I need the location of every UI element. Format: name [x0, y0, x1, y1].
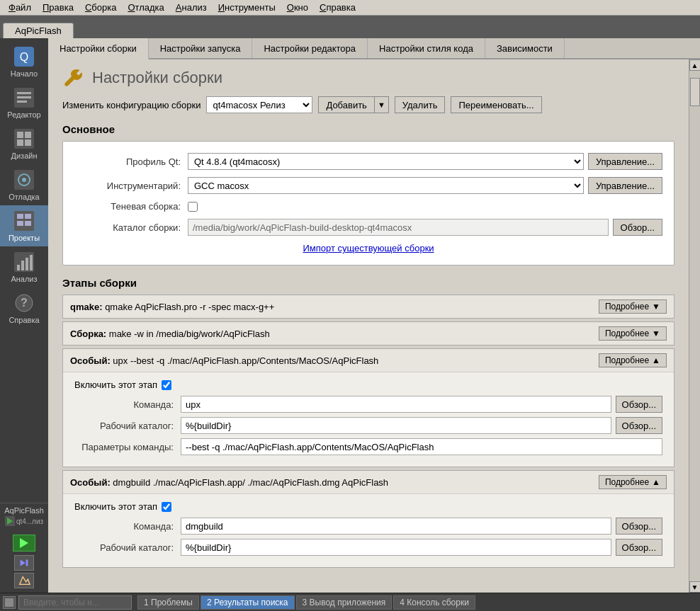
build-step-special1: Особый: upx --best -q ./mac/AqPicFlash.a… — [62, 348, 674, 467]
cmd-label-2: Команда: — [74, 521, 181, 532]
menu-build[interactable]: Сборка — [79, 1, 123, 14]
run-button[interactable] — [13, 535, 35, 552]
status-stop-button[interactable] — [3, 596, 16, 609]
workdir-input-2[interactable]: %{buildDir} — [181, 539, 611, 556]
sidebar-item-home[interactable]: Q Начало — [0, 41, 48, 82]
svg-text:Q: Q — [20, 51, 28, 63]
workdir-input-1[interactable]: %{buildDir} — [181, 417, 611, 434]
scroll-down-button[interactable]: ▼ — [689, 581, 701, 593]
toolchain-manage-button[interactable]: Управление... — [588, 177, 662, 194]
qt-profile-manage-button[interactable]: Управление... — [588, 153, 662, 170]
cmd-row-1: Команда: upx Обзор... — [74, 396, 662, 413]
special2-details-button[interactable]: Подробнее ▲ — [599, 475, 667, 489]
menu-edit[interactable]: Правка — [37, 1, 79, 14]
svg-rect-5 — [17, 101, 27, 103]
basic-panel: Профиль Qt: Qt 4.8.4 (qt4macosx) Управле… — [62, 141, 674, 265]
sidebar-item-design[interactable]: Дизайн — [0, 123, 48, 164]
build-step-special1-body: Включить этот этап Команда: upx Обзор...… — [63, 372, 674, 467]
status-left — [0, 595, 135, 610]
shadow-build-checkbox[interactable] — [188, 202, 198, 212]
build-step-special1-header[interactable]: Особый: upx --best -q ./mac/AqPicFlash.a… — [63, 349, 674, 372]
tab-dependencies[interactable]: Зависимости — [485, 38, 565, 58]
tab-editor-settings[interactable]: Настройки редактора — [252, 38, 368, 58]
build-dir-browse-button[interactable]: Обзор... — [613, 219, 662, 236]
delete-config-button[interactable]: Удалить — [395, 96, 446, 113]
sidebar-label-projects: Проекты — [9, 234, 40, 242]
svg-rect-17 — [17, 221, 23, 226]
cmd-input-1[interactable]: upx — [181, 396, 611, 413]
sidebar: Q Начало Редактор — [0, 38, 48, 593]
status-tab-problems[interactable]: 1 Проблемы — [137, 595, 199, 610]
add-config-button[interactable]: Добавить — [318, 96, 374, 113]
shadow-build-control — [188, 202, 662, 212]
build-dir-input[interactable]: /media/big/work/AqPicFlash-build-desktop… — [188, 219, 609, 236]
params-input-1[interactable]: --best -q ./mac/AqPicFlash.app/Contents/… — [181, 438, 662, 455]
params-row-1: Параметры команды: --best -q ./mac/AqPic… — [74, 438, 662, 455]
sidebar-item-help[interactable]: ? Справка — [0, 287, 48, 329]
include-checkbox-2[interactable] — [162, 502, 171, 512]
workdir-browse-2[interactable]: Обзор... — [616, 539, 662, 556]
menu-tools[interactable]: Инструменты — [213, 1, 281, 14]
tab-build-settings[interactable]: Настройки сборки — [48, 38, 149, 59]
build-details-button[interactable]: Подробнее ▼ — [599, 326, 667, 341]
debug-icon — [13, 169, 35, 191]
secondary-tab-bar: Настройки сборки Настройки запуска Настр… — [48, 38, 700, 59]
svg-text:?: ? — [21, 297, 28, 309]
workdir-label-1: Рабочий каталог: — [74, 421, 181, 431]
svg-rect-20 — [17, 265, 20, 270]
cmd-label-1: Команда: — [74, 399, 181, 410]
status-tab-app-output[interactable]: 3 Вывод приложения — [296, 595, 393, 610]
status-tab-search[interactable]: 2 Результаты поиска — [201, 595, 295, 610]
status-search-input[interactable] — [18, 595, 132, 610]
include-label-2: Включить этот этап — [74, 501, 157, 512]
qt-profile-control: Qt 4.8.4 (qt4macosx) Управление... — [188, 153, 662, 170]
main-layout: Q Начало Редактор — [0, 38, 700, 593]
status-tab-build-console[interactable]: 4 Консоль сборки — [393, 595, 475, 610]
menu-window[interactable]: Окно — [281, 1, 314, 14]
status-tabs: 1 Проблемы 2 Результаты поиска 3 Вывод п… — [135, 595, 478, 610]
build-step-special2: Особый: dmgbuild ./mac/AqPicFlash.app/ .… — [62, 470, 674, 568]
import-existing-link[interactable]: Импорт существующей сборки — [74, 243, 662, 253]
sidebar-item-analyze[interactable]: Анализ — [0, 246, 48, 287]
svg-rect-10 — [25, 139, 31, 146]
config-select[interactable]: qt4macosx Релиз — [206, 96, 312, 113]
content-scroll-area: Настройки сборки Изменить конфигурацию с… — [48, 59, 700, 593]
menu-file[interactable]: Файл — [3, 1, 37, 14]
qmake-details-button[interactable]: Подробнее ▼ — [599, 299, 667, 314]
cmd-browse-1[interactable]: Обзор... — [616, 396, 662, 413]
build-step-special2-header[interactable]: Особый: dmgbuild ./mac/AqPicFlash.app/ .… — [63, 471, 674, 493]
menu-help[interactable]: Справка — [314, 1, 361, 14]
window-tab-aqpicflash[interactable]: AqPicFlash — [3, 23, 74, 38]
qt-profile-select[interactable]: Qt 4.8.4 (qt4macosx) — [188, 153, 584, 170]
build-dir-label: Каталог сборки: — [74, 222, 188, 233]
add-btn-group: Добавить ▼ — [318, 96, 388, 113]
build-button[interactable] — [14, 573, 34, 588]
special1-details-button[interactable]: Подробнее ▲ — [599, 353, 667, 367]
svg-marker-29 — [21, 560, 26, 566]
scroll-thumb[interactable] — [690, 78, 700, 106]
scroll-track[interactable] — [689, 71, 701, 581]
cmd-browse-2[interactable]: Обзор... — [616, 518, 662, 535]
content-wrapper: Настройки сборки Настройки запуска Настр… — [48, 38, 700, 593]
menu-analyze[interactable]: Анализ — [170, 1, 213, 14]
add-config-dropdown[interactable]: ▼ — [375, 96, 389, 113]
cmd-input-2[interactable]: dmgbuild — [181, 518, 611, 535]
sidebar-item-debug[interactable]: Отладка — [0, 164, 48, 205]
workdir-browse-1[interactable]: Обзор... — [616, 417, 662, 434]
scroll-up-button[interactable]: ▲ — [689, 59, 701, 71]
chevron-down-icon: ▼ — [652, 302, 660, 312]
toolchain-select[interactable]: GCC macosx — [188, 177, 584, 194]
build-step-qmake-header[interactable]: qmake: qmake AqPicFlash.pro -r -spec mac… — [63, 295, 674, 318]
sidebar-item-editor[interactable]: Редактор — [0, 82, 48, 123]
tab-run-settings[interactable]: Настройки запуска — [149, 38, 253, 58]
menu-debug[interactable]: Отладка — [122, 1, 169, 14]
rename-config-button[interactable]: Переименовать... — [451, 96, 541, 113]
build-step-build-header[interactable]: Сборка: make -w in /media/big/work/AqPic… — [63, 322, 674, 345]
sidebar-item-projects[interactable]: Проекты — [0, 205, 48, 246]
chevron-up-icon-2: ▲ — [652, 477, 660, 487]
sidebar-label-design: Дизайн — [11, 152, 38, 160]
include-checkbox-1[interactable] — [162, 380, 171, 390]
svg-rect-21 — [21, 261, 24, 270]
tab-code-style[interactable]: Настройки стиля кода — [368, 38, 485, 58]
step-over-button[interactable] — [14, 555, 34, 571]
